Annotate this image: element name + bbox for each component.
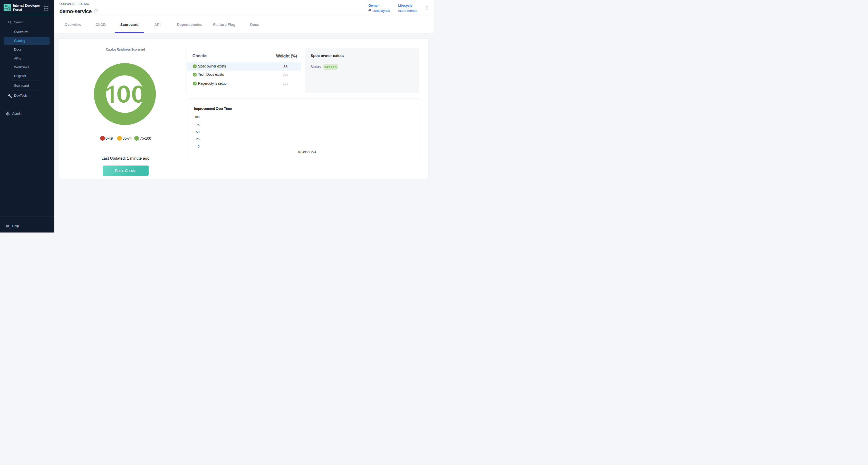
svg-text:?: ? [7, 225, 8, 226]
